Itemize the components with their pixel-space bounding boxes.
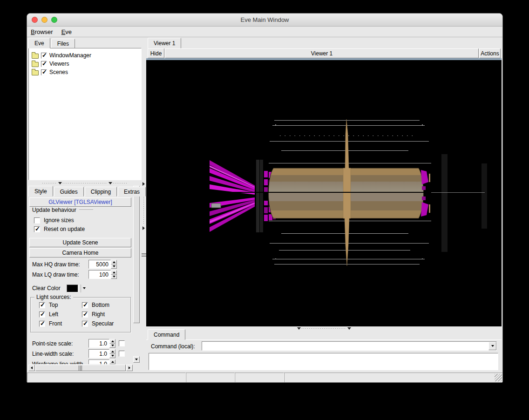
scroll-right-icon[interactable] [126,365,133,371]
close-button[interactable] [32,17,38,23]
endcap-disk [260,160,263,232]
tab-eve[interactable]: Eve [28,38,50,48]
max-hq-spinner[interactable] [111,260,117,269]
editor-horizontal-scrollbar[interactable] [28,364,133,372]
minimize-button[interactable] [41,17,47,23]
zoom-button[interactable] [51,17,57,23]
spin-down-icon [109,354,115,359]
point-size-spinner[interactable] [109,339,115,348]
left-horizontal-splitter[interactable] [28,180,142,186]
tree-checkbox[interactable]: ✓ [41,69,47,75]
tree-item-windowmanager[interactable]: ✓ WindowManager [32,52,91,59]
collapse-down-icon[interactable] [109,182,112,184]
max-hq-field[interactable]: 5000 [88,260,111,269]
reset-on-update-row: ✓ Reset on update [34,225,85,233]
update-scene-button[interactable]: Update Scene [29,238,131,247]
hide-button[interactable]: Hide [148,48,164,58]
spin-down-icon [111,264,117,269]
light-top-checkbox[interactable]: ✓ [39,302,45,308]
wireframe-width-spinner[interactable] [109,359,115,364]
main-vertical-splitter[interactable] [142,38,146,383]
faint-endcap-bar [482,163,487,229]
light-specular-checkbox[interactable]: ✓ [82,321,88,327]
light-specular-row: ✓ Specular [82,320,114,327]
window-title: Eve Main Window [240,16,289,23]
reset-on-update-checkbox[interactable]: ✓ [34,226,40,232]
collapse-left-icon[interactable] [142,182,145,186]
resize-grip[interactable] [495,374,502,381]
light-bottom-checkbox[interactable]: ✓ [82,302,88,308]
clear-color-swatch[interactable] [67,285,78,292]
wireframe-width-row: Wireframe line-width 1.0 [32,359,131,364]
scrollbar-thumb[interactable] [133,193,140,323]
light-right-checkbox[interactable]: ✓ [82,312,88,318]
spin-up-icon [111,260,117,264]
point-size-field[interactable]: 1.0 [88,339,109,348]
spin-up-icon [109,339,115,344]
max-lq-spinner[interactable] [111,270,117,279]
spin-down-icon [109,344,115,348]
line-width-row: Line-width scale: 1.0 [32,349,131,358]
spin-up-icon [109,349,115,354]
light-front-row: ✓ Front [39,320,62,327]
menu-bar: Browser Eve [27,27,502,37]
faint-endcap-bar [441,154,448,252]
scroll-down-icon[interactable] [133,356,140,363]
point-size-checkbox[interactable] [119,340,125,346]
menu-browser[interactable]: Browser [31,28,53,35]
light-left-row: ✓ Left [39,311,58,318]
dropdown-arrow-icon [491,345,494,347]
command-panel: Command (local): [146,339,502,371]
command-dropdown-button[interactable] [488,342,496,350]
beam-axis [210,192,431,193]
light-right-row: ✓ Right [82,311,105,318]
gl-viewer-editor: GLViewer [TGLSAViewer] Update behaviour … [28,196,142,364]
update-behaviour-group: Update behaviour [32,207,131,213]
command-combobox[interactable] [202,341,497,351]
eve-tree: ✓ WindowManager ✓ Viewers ✓ Scenes [28,48,142,180]
endcap-disk [256,160,259,232]
title-bar[interactable]: Eve Main Window [27,14,502,27]
tab-extras[interactable]: Extras [118,187,146,196]
muon-endcap-fan [210,160,255,232]
max-lq-field[interactable]: 100 [88,270,111,279]
tab-viewer-1[interactable]: Viewer 1 [148,38,181,48]
light-front-checkbox[interactable]: ✓ [39,321,45,327]
tab-command[interactable]: Command [148,329,185,340]
menu-eve[interactable]: Eve [61,28,72,35]
tree-item-scenes[interactable]: ✓ Scenes [32,68,68,76]
light-left-checkbox[interactable]: ✓ [39,312,45,318]
ignore-sizes-checkbox[interactable] [34,217,40,224]
gl-viewport[interactable] [146,60,502,326]
camera-home-button[interactable]: Camera Home [29,248,131,257]
tree-checkbox[interactable]: ✓ [41,61,47,67]
collapse-down-icon[interactable] [347,327,351,330]
folder-icon [32,62,39,67]
tab-clipping[interactable]: Clipping [85,187,117,196]
line-width-checkbox[interactable] [119,351,125,357]
command-output [149,353,498,370]
line-width-field[interactable]: 1.0 [88,349,109,358]
command-input[interactable] [203,342,488,350]
tab-files[interactable]: Files [51,39,75,48]
collapse-up-icon[interactable] [297,327,301,330]
wireframe-width-field[interactable]: 1.0 [88,359,109,364]
collapse-up-icon[interactable] [58,182,62,184]
scroll-left-icon[interactable] [28,365,35,371]
command-label: Command (local): [151,343,195,350]
tree-checkbox[interactable]: ✓ [41,53,47,59]
tab-guides[interactable]: Guides [54,187,84,196]
clear-color-dropdown[interactable] [81,285,88,292]
viewer-title-bar[interactable]: Viewer 1 [165,48,479,58]
collapse-right-icon[interactable] [142,226,145,230]
line-width-spinner[interactable] [109,349,115,358]
actions-button[interactable]: Actions [479,48,501,58]
glviewer-header-button[interactable]: GLViewer [TGLSAViewer] [29,197,131,207]
tree-item-viewers[interactable]: ✓ Viewers [32,60,69,68]
spin-up-icon [109,359,115,364]
editor-vertical-scrollbar[interactable] [133,186,140,363]
command-horizontal-splitter[interactable] [146,326,502,330]
scrollbar-thumb[interactable] [35,365,126,371]
tab-style[interactable]: Style [28,186,53,196]
detector-scene [146,60,502,326]
